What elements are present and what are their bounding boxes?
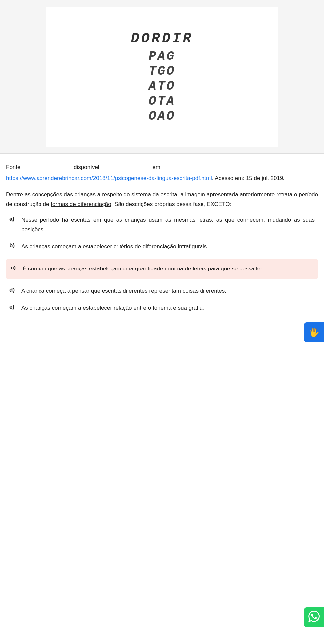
floating-whatsapp-button[interactable]	[304, 607, 324, 627]
fonte-middle: disponível	[74, 164, 99, 170]
drawing-line: TGO	[149, 64, 175, 78]
content-area: Fonte disponível em: https://www.aprende…	[0, 154, 324, 327]
option-text-c: É comum que as crianças estabeleçam uma …	[23, 264, 264, 274]
handwriting-lines: PAGTGOATOOTAOAO	[149, 49, 175, 123]
page-container: DORDIR PAGTGOATOOTAOAO Fonte disponível	[0, 0, 324, 644]
fonte-link[interactable]: https://www.aprenderebrincar.com/2018/11…	[6, 175, 212, 181]
fonte-paragraph: Fonte disponível em:	[6, 163, 318, 172]
drawing-line: PAG	[149, 49, 175, 63]
option-label-b: b)	[9, 242, 21, 249]
options-list: a)Nesse período há escritas em que as cr…	[6, 215, 318, 313]
option-label-e: e)	[9, 303, 21, 310]
option-item-e[interactable]: e)As crianças começam a estabelecer rela…	[6, 303, 318, 313]
option-item-c[interactable]: c)É comum que as crianças estabeleçam um…	[6, 259, 318, 279]
whatsapp-icon	[308, 611, 320, 624]
question-after: . São descrições próprias dessa fase, EX…	[111, 201, 232, 207]
floating-help-button[interactable]: 🖐	[304, 322, 324, 342]
fonte-label: Fonte	[6, 164, 20, 170]
question-text: Dentre as concepções das crianças a resp…	[6, 190, 318, 209]
option-text-b: As crianças começam a estabelecer critér…	[21, 242, 208, 252]
option-label-c: c)	[11, 264, 23, 271]
handwriting-display: DORDIR PAGTGOATOOTAOAO	[46, 7, 278, 147]
image-section: DORDIR PAGTGOATOOTAOAO	[0, 0, 324, 154]
hand-icon: 🖐	[309, 327, 319, 338]
drawing-line: OAO	[149, 109, 175, 123]
question-underline: formas de diferenciação	[51, 201, 111, 207]
option-item-b[interactable]: b)As crianças começam a estabelecer crit…	[6, 242, 318, 252]
child-drawing: DORDIR PAGTGOATOOTAOAO	[131, 31, 193, 123]
drawing-line: ATO	[149, 79, 175, 93]
option-label-d: d)	[9, 286, 21, 293]
fonte-access: . Acesso em: 15 de jul. 2019.	[212, 175, 284, 181]
drawing-title: DORDIR	[131, 31, 193, 47]
option-label-a: a)	[9, 215, 21, 222]
option-text-a: Nesse período há escritas em que as cria…	[21, 215, 315, 235]
drawing-line: OTA	[149, 94, 175, 108]
fonte-end: em:	[152, 164, 162, 170]
fonte-link-paragraph: https://www.aprenderebrincar.com/2018/11…	[6, 174, 318, 183]
option-item-d[interactable]: d)A criança começa a pensar que escritas…	[6, 286, 318, 296]
option-text-d: A criança começa a pensar que escritas d…	[21, 286, 226, 296]
option-item-a[interactable]: a)Nesse período há escritas em que as cr…	[6, 215, 318, 235]
option-text-e: As crianças começam a estabelecer relaçã…	[21, 303, 204, 313]
drawing-title-row: DORDIR	[131, 31, 193, 47]
